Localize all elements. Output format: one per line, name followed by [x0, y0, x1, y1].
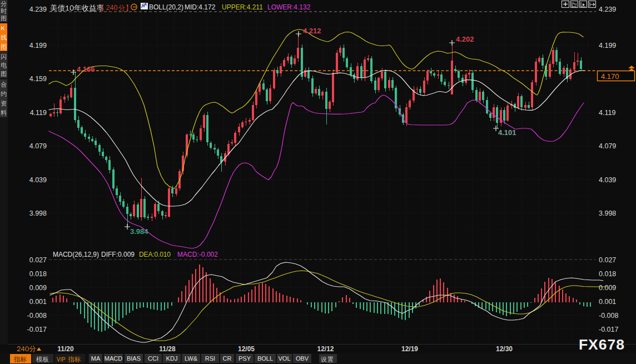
svg-text:12/30: 12/30	[496, 345, 513, 353]
svg-text:MACD:-0.002: MACD:-0.002	[177, 251, 218, 258]
svg-text:3.984: 3.984	[130, 227, 148, 236]
svg-text:0.001: 0.001	[599, 298, 616, 306]
svg-text:DEA:0.010: DEA:0.010	[139, 251, 171, 258]
svg-text:12/12: 12/12	[317, 345, 334, 353]
svg-text:0.009: 0.009	[599, 284, 616, 292]
svg-text:4.202: 4.202	[456, 35, 474, 43]
svg-text:DIFF:0.009: DIFF:0.009	[101, 251, 135, 258]
svg-text:0.018: 0.018	[599, 270, 616, 278]
svg-text:0.001: 0.001	[29, 298, 47, 306]
svg-text:3.998: 3.998	[29, 210, 47, 217]
svg-text:4.170: 4.170	[601, 72, 619, 81]
svg-text:240: 240	[106, 4, 118, 12]
svg-text:4.159: 4.159	[29, 75, 47, 83]
svg-text:0.009: 0.009	[29, 284, 47, 292]
svg-text:MID:4.172: MID:4.172	[185, 3, 216, 11]
svg-text:FX678: FX678	[579, 336, 625, 353]
svg-text:12/05: 12/05	[238, 345, 255, 353]
svg-text:LOWER:4.132: LOWER:4.132	[267, 3, 311, 11]
svg-text:-0.008: -0.008	[27, 312, 47, 320]
svg-text:3.998: 3.998	[599, 210, 616, 217]
svg-text:-0.008: -0.008	[599, 312, 618, 320]
svg-text:4.166: 4.166	[77, 65, 95, 73]
svg-text:-0.017: -0.017	[599, 326, 618, 333]
svg-text:BOLL(20,2): BOLL(20,2)	[149, 3, 183, 11]
svg-text:4.239: 4.239	[599, 6, 616, 13]
svg-text:MACD(26,12,9): MACD(26,12,9)	[53, 251, 99, 258]
svg-text:4.079: 4.079	[29, 142, 47, 150]
svg-text:4.039: 4.039	[599, 176, 616, 184]
svg-text:4.119: 4.119	[599, 109, 615, 117]
svg-text:0.027: 0.027	[599, 256, 616, 264]
svg-text:11/28: 11/28	[159, 345, 176, 353]
svg-text:4.212: 4.212	[303, 27, 321, 35]
svg-text:-0.017: -0.017	[27, 326, 47, 333]
svg-text:4.079: 4.079	[599, 142, 616, 150]
svg-text:11/20: 11/20	[57, 345, 74, 353]
svg-text:4.101: 4.101	[498, 128, 516, 137]
svg-text:4.119: 4.119	[30, 109, 47, 117]
svg-text:4.199: 4.199	[599, 42, 616, 49]
svg-text:0.027: 0.027	[29, 256, 47, 264]
svg-text:0.018: 0.018	[29, 270, 47, 278]
svg-text:4.199: 4.199	[29, 42, 47, 49]
svg-text:12/19: 12/19	[401, 345, 418, 353]
svg-text:4.039: 4.039	[29, 176, 47, 184]
svg-text:4.239: 4.239	[29, 6, 47, 13]
svg-text:UPPER:4.211: UPPER:4.211	[222, 3, 263, 11]
